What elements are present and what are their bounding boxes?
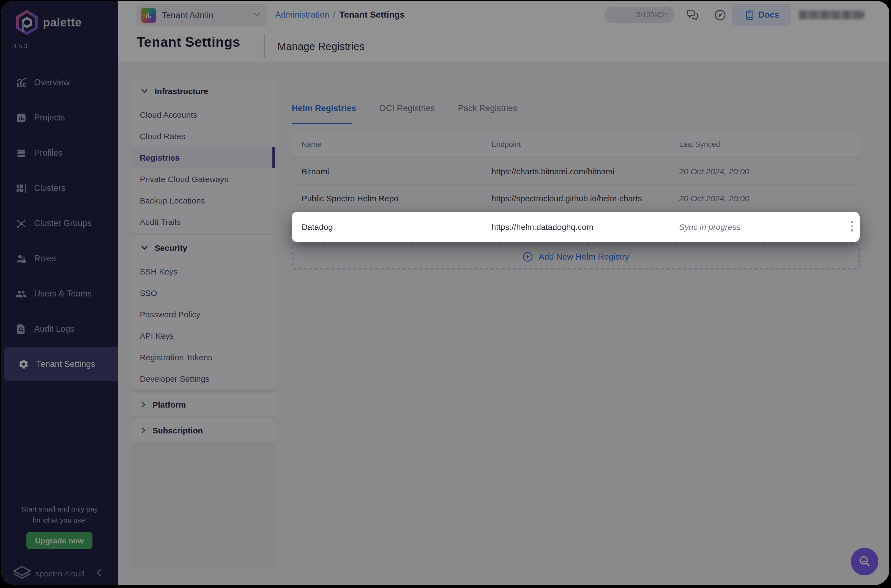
- screen: palette 4.5.3 Overview Projects Profiles…: [0, 0, 891, 588]
- app-window: palette 4.5.3 Overview Projects Profiles…: [1, 1, 889, 585]
- table-row-highlighted-datadog[interactable]: Datadog https://helm.datadoghq.com Sync …: [291, 212, 859, 242]
- row-actions-kebab-icon[interactable]: [851, 221, 853, 231]
- registry-name: Datadog: [302, 212, 333, 242]
- registry-endpoint: https://helm.datadoghq.com: [491, 212, 593, 242]
- spotlight-overlay: [1, 1, 889, 585]
- registry-sync-status: Sync in progress: [679, 212, 741, 242]
